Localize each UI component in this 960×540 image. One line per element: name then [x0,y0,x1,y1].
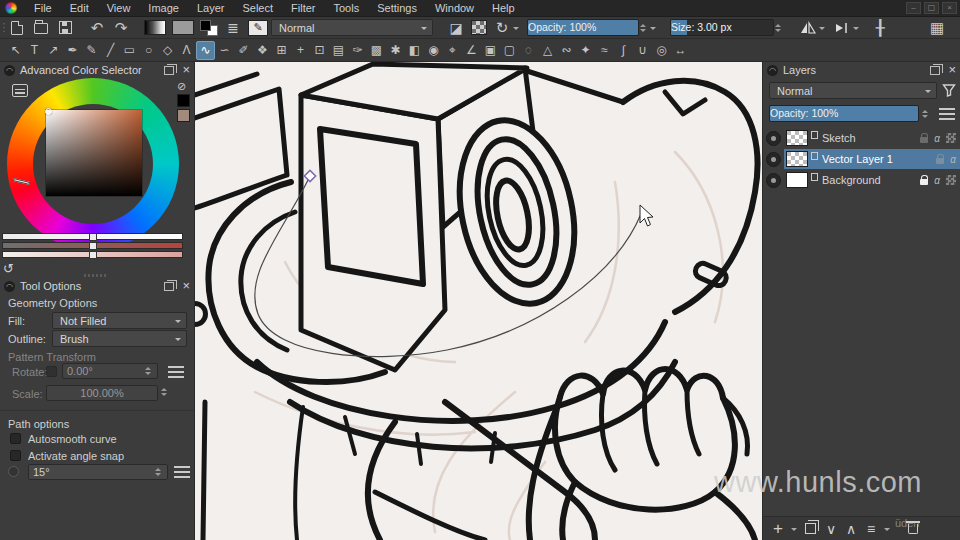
no-color-icon[interactable]: ⊘ [177,80,186,93]
color-selector-settings-icon[interactable] [12,84,28,97]
menu-file[interactable]: File [25,1,61,15]
angle-spinner[interactable] [154,466,163,478]
autosmooth-checkbox[interactable] [10,433,21,444]
color-slider-2[interactable] [2,242,183,249]
alpha-lock-icon[interactable]: α [934,175,940,186]
ellipse-tool-icon[interactable]: ○ [139,41,158,60]
transform-tool-icon[interactable]: ⊞ [272,41,291,60]
layer-name[interactable]: Vector Layer 1 [822,153,936,165]
close-docker-icon[interactable]: × [182,281,190,291]
multibrush-tool-icon[interactable]: ❖ [253,41,272,60]
inherit-alpha-icon[interactable] [946,133,956,143]
gradient-tool-icon[interactable]: ▤ [329,41,348,60]
menu-edit[interactable]: Edit [61,1,98,15]
rectangle-tool-icon[interactable]: ▭ [120,41,139,60]
reference-images-tool-icon[interactable]: ▣ [481,41,500,60]
color-slider-1[interactable] [2,233,183,240]
eraser-mode-button[interactable]: ◪ [447,19,465,37]
toolbar-drag-handle[interactable]: ⋮ [0,19,8,37]
gradient-chooser[interactable] [144,20,166,35]
mirror-horizontal-icon[interactable] [799,19,817,37]
save-button[interactable] [56,19,74,37]
foreground-background-colors[interactable] [200,20,218,36]
angle-snap-input[interactable]: 15° [28,464,168,480]
zoom-tool-icon[interactable]: ◎ [652,41,671,60]
outline-dropdown[interactable]: Brush [52,330,187,347]
pattern-chooser[interactable] [172,20,194,35]
alpha-lock-icon[interactable]: α [934,133,940,144]
freehand-path-tool-icon[interactable]: ∽ [215,41,234,60]
layer-opacity-slider[interactable]: Opacity: 100% [769,105,919,122]
open-document-button[interactable] [32,19,50,37]
calligraphy-tool-icon[interactable]: ✒ [63,41,82,60]
angle-snap-checkbox[interactable] [10,450,21,461]
color-slider-3[interactable] [2,251,183,258]
last-color-swatch[interactable] [177,94,190,107]
close-docker-icon[interactable]: × [182,65,190,75]
scale-input[interactable]: 100.00% [46,385,158,401]
redo-button[interactable]: ↷ [112,19,130,37]
filter-layers-icon[interactable] [942,83,956,99]
fill-dropdown[interactable]: Not Filled [52,312,187,329]
layer-row-sketch[interactable]: Sketch α [763,128,960,148]
canvas-viewport[interactable] [195,62,762,540]
color-slider-1-handle[interactable] [89,233,97,241]
layer-row-background[interactable]: Background α [763,170,960,190]
menu-help[interactable]: Help [483,1,524,15]
rotate-input[interactable]: 0.00° [62,363,158,379]
lock-icon[interactable] [920,137,928,143]
visibility-icon[interactable] [766,131,781,146]
smart-patch-tool-icon[interactable]: ✱ [386,41,405,60]
mirror-vertical-caret[interactable] [851,20,861,36]
color-slider-2-handle[interactable] [89,242,97,250]
previous-color-swatch[interactable] [177,109,190,122]
duplicate-layer-icon[interactable] [805,523,816,534]
color-history-icon[interactable]: ↺ [3,261,14,276]
pan-tool-icon[interactable]: ↔ [671,41,690,60]
preserve-alpha-button[interactable] [471,20,487,35]
mirror-vertical-icon[interactable] [833,19,851,37]
move-tool-icon[interactable]: + [291,41,310,60]
measure-tool-icon[interactable]: ∠ [462,41,481,60]
layer-name[interactable]: Background [822,174,920,186]
alpha-lock-icon[interactable]: α [950,154,956,165]
fill-tool-icon[interactable]: ◧ [405,41,424,60]
close-icon[interactable]: × [942,2,957,14]
scale-spinner[interactable] [160,385,169,399]
rotate-checkbox[interactable] [46,366,57,377]
lock-icon[interactable] [920,179,928,185]
brush-size-spinner[interactable] [774,19,783,36]
text-tool-icon[interactable]: T [25,41,44,60]
angle-snap-toggle-icon[interactable] [8,466,19,477]
visibility-icon[interactable] [766,152,781,167]
maximize-icon[interactable]: ▢ [924,2,939,14]
layer-opacity-spinner[interactable] [921,105,930,122]
layer-thumbnail[interactable] [786,172,808,188]
layer-blend-mode-dropdown[interactable]: Normal [769,82,937,99]
lock-icon[interactable] [936,158,944,164]
reload-dropdown-caret[interactable] [511,20,521,36]
minimize-icon[interactable]: – [906,2,921,14]
move-layer-up-icon[interactable]: ∧ [842,521,860,537]
brush-editor-button[interactable]: ✎ [248,20,268,36]
rect-select-tool-icon[interactable]: ▢ [500,41,519,60]
close-docker-icon[interactable]: × [948,65,956,75]
menu-window[interactable]: Window [426,1,483,15]
dynamic-brush-tool-icon[interactable]: ✐ [234,41,253,60]
edit-shapes-tool-icon[interactable]: ↗ [44,41,63,60]
layer-thumbnail[interactable] [786,130,808,146]
layer-properties-icon[interactable]: ≡ [862,521,880,537]
color-sampler-tool-icon[interactable]: ✑ [348,41,367,60]
opacity-spinner[interactable] [639,19,648,36]
ellipse-select-tool-icon[interactable]: ◌ [519,41,538,60]
magic-wand-select-tool-icon[interactable]: ✦ [576,41,595,60]
inherit-alpha-icon[interactable] [946,175,956,185]
brush-size-slider[interactable]: Size: 3.00 px [670,19,774,36]
menu-layer[interactable]: Layer [188,1,234,15]
freehand-brush-tool-icon[interactable]: ✎ [82,41,101,60]
workspace-chooser-icon[interactable]: ▦ [928,19,946,37]
undo-button[interactable]: ↶ [88,19,106,37]
angle-menu-icon[interactable] [174,466,190,478]
blend-mode-dropdown[interactable]: Normal [271,19,433,36]
panel-splitter[interactable] [84,274,106,277]
